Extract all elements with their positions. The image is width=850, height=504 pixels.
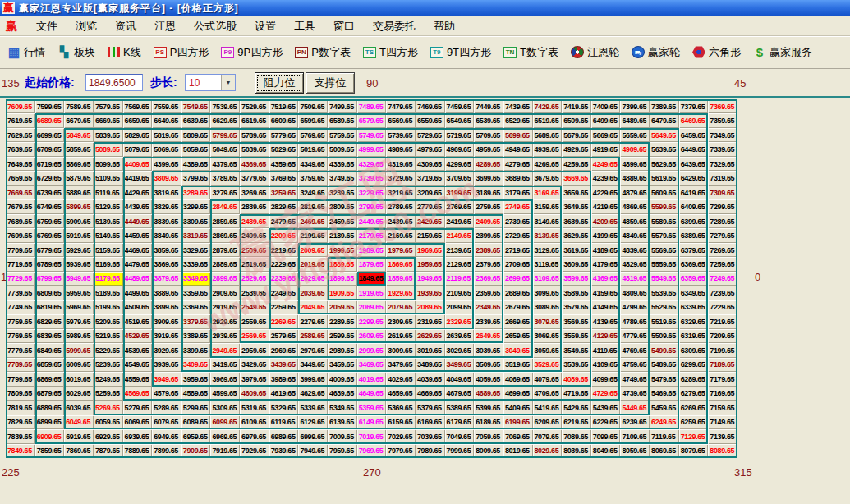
grid-cell: 7229.65 (708, 300, 737, 314)
menu-item-1[interactable]: 浏览 (67, 18, 106, 34)
toolbar-button[interactable]: ▚板块 (57, 44, 96, 62)
grid-cell: 7739.65 (6, 286, 35, 300)
toolbar-button[interactable]: $赢家服务 (752, 44, 813, 62)
grid-cell: 3749.65 (328, 171, 357, 185)
grid-cell: 5039.65 (240, 142, 269, 156)
grid-cell: 3759.65 (298, 171, 328, 185)
grid-cell: 3889.65 (152, 286, 181, 300)
grid-cell: 8089.65 (708, 444, 737, 458)
grid-cell: 4369.65 (240, 157, 269, 171)
mdi-child-icon[interactable]: 赢 (6, 19, 17, 34)
toolbar-button[interactable]: 江恩轮 (570, 44, 620, 62)
grid-cell: 2509.65 (240, 243, 269, 257)
grid-cell: 6779.65 (35, 243, 65, 257)
grid-cell: 5599.65 (650, 199, 679, 213)
toolbar-button[interactable]: PNP数字表 (294, 44, 351, 62)
grid-cell: 5729.65 (416, 128, 445, 142)
toolbar-button[interactable]: K线 (107, 44, 142, 62)
grid-cell: 5139.65 (94, 214, 123, 228)
grid-cell: 3059.65 (533, 343, 563, 357)
grid-cell: 2219.65 (269, 243, 299, 257)
menu-item-4[interactable]: 公式选股 (185, 18, 246, 34)
grid-cell: 6489.65 (620, 113, 650, 127)
grid-cell: 1989.65 (357, 243, 387, 257)
grid-cell: 5769.65 (298, 128, 328, 142)
grid-cell: 2799.65 (357, 199, 387, 213)
toolbar-button[interactable]: ▦行情 (7, 44, 46, 62)
grid-cell: 4269.65 (533, 157, 563, 171)
grid-cell: 6879.65 (35, 387, 65, 401)
grid-cell: 7179.65 (708, 372, 737, 386)
app-window: 赢 赢家江恩专业版[赢家服务平台] - [价格正方形] 赢 文件浏览资讯江恩公式… (0, 0, 850, 504)
grid-cell: 4459.65 (123, 228, 153, 242)
grid-cell: 2679.65 (503, 300, 533, 314)
grid-cell: 4609.65 (240, 387, 269, 401)
grid-cell: 5549.65 (650, 272, 679, 286)
grid-cell: 4679.65 (445, 387, 475, 401)
menu-item-6[interactable]: 工具 (285, 18, 324, 34)
grid-cell: 3479.65 (386, 358, 416, 372)
menu-item-7[interactable]: 窗口 (324, 18, 364, 34)
grid-cell: 7149.65 (708, 415, 737, 429)
grid-cell: 5939.65 (64, 257, 94, 271)
grid-cell: 6399.65 (679, 214, 709, 228)
grid-cell: 7169.65 (708, 387, 737, 401)
grid-cell: 5529.65 (650, 300, 679, 314)
grid-cell: 2949.65 (210, 343, 240, 357)
menu-item-9[interactable]: 帮助 (425, 18, 464, 34)
grid-cell: 3639.65 (562, 214, 591, 228)
grid-cell: 4489.65 (123, 272, 153, 286)
toolbar-button-label: K线 (123, 45, 141, 60)
grid-cell: 6589.65 (328, 113, 357, 127)
toolbar-button[interactable]: Big赢家轮 (631, 44, 681, 62)
grid-cell: 5059.65 (181, 142, 211, 156)
menu-item-0[interactable]: 文件 (27, 18, 67, 34)
toolbar-button[interactable]: TST四方形 (362, 44, 419, 62)
grid-cell: 7669.65 (6, 186, 35, 199)
grid-cell: 6249.65 (650, 415, 679, 429)
grid-cell: 6269.65 (679, 401, 709, 415)
angle-label-225: 225 (2, 466, 20, 479)
grid-cell: 2179.65 (357, 228, 387, 242)
chevron-down-icon[interactable]: ▼ (221, 75, 235, 90)
grid-cell: 5459.65 (650, 401, 679, 415)
toolbar-button[interactable]: P99P四方形 (220, 44, 283, 62)
grid-cell: 4169.65 (591, 272, 621, 286)
grid-cell: 1959.65 (416, 257, 445, 271)
grid-cell: 4039.65 (416, 372, 445, 386)
grid-cell: 2919.65 (210, 300, 240, 314)
grid-cell: 3239.65 (328, 186, 357, 199)
grid-cell: 5419.65 (533, 401, 563, 415)
step-combobox[interactable]: 10 ▼ (185, 74, 236, 91)
toolbar-button[interactable]: 六角形 (691, 44, 742, 62)
grid-cell: 7509.65 (298, 99, 328, 113)
menu-item-8[interactable]: 交易委托 (364, 18, 425, 34)
support-button[interactable]: 支撑位 (306, 72, 355, 94)
grid-cell: 2609.65 (357, 329, 387, 343)
grid-cell: 7139.65 (708, 429, 737, 443)
grid-cell: 2229.65 (269, 257, 299, 271)
grid-cell: 7879.65 (94, 444, 123, 458)
menu-item-3[interactable]: 江恩 (145, 18, 185, 34)
quotes-grid-icon: ▦ (7, 46, 21, 58)
grid-cell: 2279.65 (298, 314, 328, 328)
title-bar[interactable]: 赢 赢家江恩专业版[赢家服务平台] - [价格正方形] (0, 0, 850, 16)
toolbar-button-label: 9P四方形 (237, 45, 283, 60)
toolbar-button[interactable]: PSP四方形 (153, 44, 210, 62)
grid-cell: 4599.65 (210, 387, 240, 401)
resistance-button[interactable]: 阻力位 (255, 72, 304, 94)
menu-item-2[interactable]: 资讯 (106, 18, 145, 34)
start-price-input[interactable] (85, 74, 143, 91)
grid-cell: 2189.65 (328, 228, 357, 242)
grid-cell: 2709.65 (503, 257, 533, 271)
grid-cell: 4639.65 (328, 387, 357, 401)
grid-cell: 2429.65 (416, 214, 445, 228)
toolbar-button[interactable]: TNT数字表 (503, 44, 559, 62)
grid-cell: 6819.65 (35, 300, 65, 314)
menu-item-5[interactable]: 设置 (246, 18, 285, 34)
toolbar-button[interactable]: T99T四方形 (430, 44, 492, 62)
grid-cell: 4429.65 (123, 186, 153, 199)
grid-cell: 6309.65 (679, 343, 709, 357)
grid-cell: 5199.65 (94, 300, 123, 314)
grid-cell: 2979.65 (298, 343, 328, 357)
